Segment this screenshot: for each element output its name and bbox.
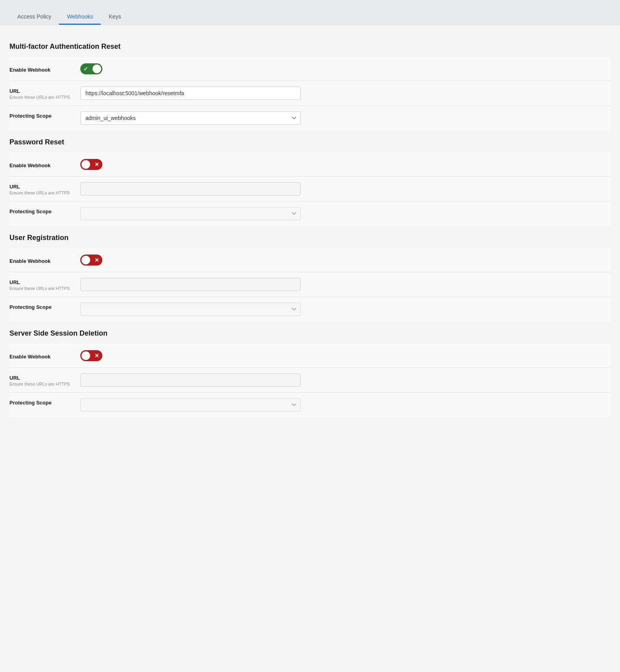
mfa-url-control (80, 87, 301, 100)
pwd-url-control (80, 182, 301, 196)
pwd-scope-row: Protecting Scope (9, 201, 611, 226)
section-title-registration: User Registration (9, 226, 611, 248)
reg-enable-webhook-control: ✕ (80, 255, 301, 266)
reg-url-input[interactable] (80, 278, 301, 291)
sess-scope-select[interactable] (80, 398, 301, 412)
x-icon-reg: ✕ (94, 257, 99, 263)
sess-url-label: URL Ensure these URLs are HTTPS (9, 373, 80, 386)
sess-enable-webhook-control: ✕ (80, 350, 301, 361)
pwd-enable-webhook-toggle[interactable]: ✕ (80, 159, 102, 170)
sess-scope-label: Protecting Scope (9, 398, 80, 406)
toggle-knob-mfa (93, 65, 101, 73)
sess-enable-webhook-row: Enable Webhook ✕ (9, 344, 611, 368)
tab-keys[interactable]: Keys (101, 9, 129, 25)
mfa-scope-row: Protecting Scope admin_ui_webhooks (9, 106, 611, 130)
sess-url-input[interactable] (80, 373, 301, 387)
pwd-enable-webhook-row: Enable Webhook ✕ (9, 153, 611, 177)
sess-scope-row: Protecting Scope (9, 393, 611, 417)
mfa-enable-webhook-row: Enable Webhook ✓ (9, 57, 611, 81)
sess-url-control (80, 373, 301, 387)
x-icon-sess: ✕ (94, 353, 99, 359)
sess-url-row: URL Ensure these URLs are HTTPS (9, 368, 611, 393)
mfa-scope-label: Protecting Scope (9, 111, 80, 119)
reg-scope-label: Protecting Scope (9, 303, 80, 310)
reg-enable-webhook-row: Enable Webhook ✕ (9, 248, 611, 272)
pwd-enable-webhook-control: ✕ (80, 159, 301, 170)
check-icon: ✓ (83, 66, 88, 72)
mfa-enable-webhook-control: ✓ (80, 63, 301, 74)
sess-scope-control (80, 398, 301, 412)
section-mfa-reset: Multi-factor Authentication Reset Enable… (9, 35, 611, 130)
main-content: Multi-factor Authentication Reset Enable… (0, 25, 620, 426)
sess-fields-container: Enable Webhook ✕ URL Ensure these URLs a… (9, 344, 611, 417)
reg-scope-control (80, 303, 301, 316)
reg-url-label: URL Ensure these URLs are HTTPS (9, 278, 80, 291)
reg-scope-select[interactable] (80, 303, 301, 316)
mfa-scope-select[interactable]: admin_ui_webhooks (80, 111, 301, 125)
section-user-registration: User Registration Enable Webhook ✕ URL (9, 226, 611, 321)
mfa-url-input[interactable] (80, 87, 301, 100)
pwd-scope-control (80, 207, 301, 220)
reg-url-row: URL Ensure these URLs are HTTPS (9, 272, 611, 297)
reg-enable-webhook-label: Enable Webhook (9, 257, 80, 264)
tab-webhooks[interactable]: Webhooks (59, 9, 101, 25)
pwd-url-row: URL Ensure these URLs are HTTPS (9, 177, 611, 201)
mfa-enable-webhook-toggle[interactable]: ✓ (80, 63, 102, 74)
sess-enable-webhook-toggle[interactable]: ✕ (80, 350, 102, 361)
pwd-url-label: URL Ensure these URLs are HTTPS (9, 182, 80, 195)
mfa-url-row: URL Ensure these URLs are HTTPS (9, 81, 611, 106)
reg-url-control (80, 278, 301, 291)
section-session-deletion: Server Side Session Deletion Enable Webh… (9, 321, 611, 417)
pwd-scope-select[interactable] (80, 207, 301, 220)
reg-fields-container: Enable Webhook ✕ URL Ensure these URLs a… (9, 248, 611, 321)
x-icon-pwd: ✕ (94, 161, 99, 168)
reg-scope-row: Protecting Scope (9, 297, 611, 321)
toggle-knob-sess (81, 351, 90, 360)
toggle-knob-pwd (81, 160, 90, 169)
reg-enable-webhook-toggle[interactable]: ✕ (80, 255, 102, 266)
mfa-enable-webhook-label: Enable Webhook (9, 65, 80, 73)
sess-enable-webhook-label: Enable Webhook (9, 352, 80, 360)
page-header: Access Policy Webhooks Keys (0, 0, 620, 25)
mfa-fields-container: Enable Webhook ✓ URL Ensure these URLs a… (9, 57, 611, 130)
section-title-mfa: Multi-factor Authentication Reset (9, 35, 611, 57)
section-title-session: Server Side Session Deletion (9, 321, 611, 344)
pwd-scope-label: Protecting Scope (9, 207, 80, 214)
section-title-password: Password Reset (9, 130, 611, 153)
mfa-scope-control: admin_ui_webhooks (80, 111, 301, 125)
pwd-url-input[interactable] (80, 182, 301, 196)
mfa-url-label: URL Ensure these URLs are HTTPS (9, 87, 80, 100)
tab-access-policy[interactable]: Access Policy (9, 9, 59, 25)
pwd-enable-webhook-label: Enable Webhook (9, 161, 80, 168)
toggle-knob-reg (81, 256, 90, 264)
tab-bar: Access Policy Webhooks Keys (9, 9, 611, 25)
section-password-reset: Password Reset Enable Webhook ✕ URL En (9, 130, 611, 226)
pwd-fields-container: Enable Webhook ✕ URL Ensure these URLs a… (9, 153, 611, 226)
